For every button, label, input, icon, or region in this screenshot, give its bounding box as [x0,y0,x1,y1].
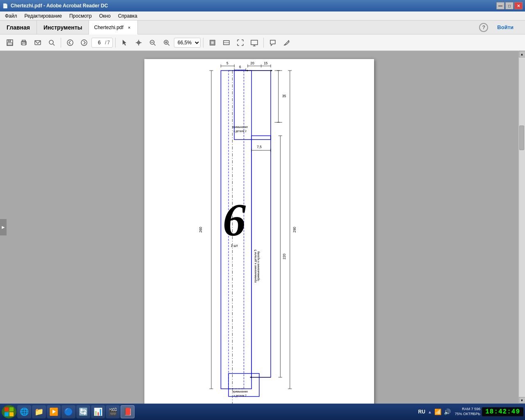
comment-button[interactable] [266,37,279,49]
page-total: 7 [107,40,110,46]
svg-point-6 [25,42,26,43]
acrobat-taskbar-icon[interactable]: 📕 [121,405,135,418]
svg-rect-21 [211,41,214,44]
separator [61,38,61,48]
clock-time: 18:42:49 [485,408,520,415]
svg-line-15 [154,44,155,46]
svg-rect-4 [22,40,25,42]
svg-text:к детали 2: к детали 2 [234,130,247,133]
zoom-out-button[interactable] [146,37,159,49]
svg-text:примыкание: примыкание [232,390,248,393]
fit-page-button[interactable] [206,37,219,49]
page-indicator[interactable]: / 7 [91,38,113,48]
scroll-track[interactable] [519,57,525,397]
tab-close-button[interactable]: × [126,24,132,31]
menu-edit[interactable]: Редактирование [21,12,65,20]
search-button[interactable] [45,37,58,49]
email-button[interactable] [31,37,44,49]
pdf-view-area[interactable]: 20 15 5 6 3 [0,51,518,404]
page-separator: / [105,40,106,46]
prev-page-button[interactable] [64,37,77,49]
clock-display[interactable]: 18:42:49 [482,407,523,416]
menu-help[interactable]: Справка [115,12,141,20]
ie-taskbar-icon[interactable]: 🌐 [17,405,31,418]
svg-text:6: 6 [239,65,241,69]
svg-rect-5 [22,43,25,45]
fullscreen-button[interactable] [234,37,247,49]
tab-tools[interactable]: Инструменты [37,21,89,34]
toolbar: / 7 66,5% 50% 75% 100% 125% 150% [0,34,525,51]
svg-text:35: 35 [282,94,286,98]
chrome-taskbar-icon[interactable]: 🔵 [62,405,75,418]
language-indicator[interactable]: RU [418,409,425,415]
main-area: ► [0,51,525,404]
tray-network-icon: 📶 [434,409,441,415]
pan-tool-button[interactable] [132,37,145,49]
next-page-button[interactable] [78,37,91,49]
svg-rect-28 [152,59,366,404]
start-button[interactable] [2,405,16,418]
svg-rect-1 [8,40,11,42]
win-logo-red [5,407,9,411]
explorer-taskbar-icon[interactable]: 📁 [32,405,46,418]
maximize-button[interactable]: □ [505,2,514,9]
win-logo-blue [5,412,9,416]
tab-home[interactable]: Главная [0,21,37,34]
update-taskbar-icon[interactable]: 🔄 [76,405,90,418]
svg-text:1 шт: 1 шт [231,244,238,248]
tray-area: RU ▲ 📶 🔊 [416,409,453,415]
svg-text:примыкание: примыкание [232,126,248,129]
taskbar-right: RU ▲ 📶 🔊 RAM 7 596 75% ОКТЯБРЬ 18:42:49 [416,407,523,416]
zoom-in-button[interactable] [160,37,173,49]
svg-rect-2 [7,43,12,45]
scroll-thumb[interactable] [519,126,524,150]
svg-point-10 [67,40,73,46]
ram-info: RAM 7 596 75% ОКТЯБРЬ [455,407,480,416]
media-taskbar-icon[interactable]: ▶️ [47,405,61,418]
present-button[interactable] [248,37,261,49]
separator2 [115,38,116,48]
separator3 [203,38,203,48]
svg-point-11 [81,40,87,46]
scroll-down-button[interactable]: ▼ [519,397,525,404]
select-tool-button[interactable] [118,37,131,49]
close-button[interactable]: ✕ [514,2,523,9]
menu-file[interactable]: Файл [2,12,21,20]
svg-text:20: 20 [250,61,254,65]
svg-text:290: 290 [292,227,297,233]
menu-window[interactable]: Окно [96,12,114,20]
svg-line-9 [53,44,55,46]
svg-text:к детали 2: к детали 2 [234,394,247,397]
taskbar: 🌐 📁 ▶️ 🔵 🔄 📊 🎬 📕 RU ▲ 📶 🔊 [0,404,525,420]
app-taskbar-icon[interactable]: 📊 [91,405,105,418]
minimize-button[interactable]: — [496,2,504,9]
tab-filename: Chertezhi.pdf [94,25,123,30]
tabbar: Главная Инструменты Chertezhi.pdf × ? Во… [0,21,525,34]
help-button[interactable]: ? [479,23,488,32]
tray-speaker-icon: 🔊 [444,409,451,415]
print-button[interactable] [17,37,30,49]
save-button[interactable] [3,37,16,49]
svg-point-8 [49,40,53,44]
zoom-selector[interactable]: 66,5% 50% 75% 100% 125% 150% [174,38,201,48]
left-nav-arrow[interactable]: ► [0,219,7,235]
page-number-input[interactable] [94,40,104,46]
technical-drawing: 20 15 5 6 3 [144,59,374,404]
pdf-page: 20 15 5 6 3 [144,59,374,404]
tray-arrow[interactable]: ▲ [428,410,432,414]
menu-view[interactable]: Просмотр [66,12,95,20]
svg-text:примыкание к кузову: примыкание к кузову [256,251,260,281]
tab-file[interactable]: Chertezhi.pdf × [89,21,137,34]
svg-text:260: 260 [199,227,203,233]
svg-text:220: 220 [282,253,286,259]
login-button[interactable]: Войти [492,23,518,32]
vertical-scrollbar[interactable]: ▲ ▼ [518,51,525,404]
svg-text:5: 5 [226,61,228,65]
video-taskbar-icon[interactable]: 🎬 [106,405,120,418]
fit-width-button[interactable] [220,37,233,49]
app-icon: 📄 [2,3,8,9]
scroll-up-button[interactable]: ▲ [519,51,525,57]
win-logo-yellow [9,412,14,416]
draw-button[interactable] [280,37,293,49]
svg-rect-24 [251,40,258,45]
